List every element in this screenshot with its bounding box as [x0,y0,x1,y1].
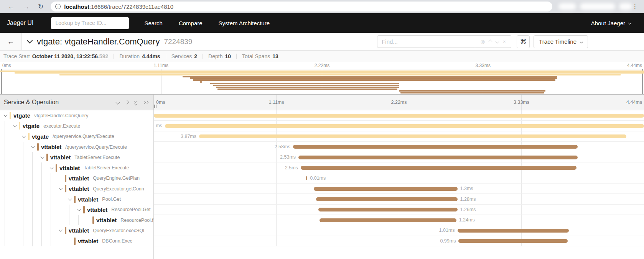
trace-view-dropdown[interactable]: Trace Timeline [534,35,588,48]
collapse-chevron-icon[interactable] [13,124,16,128]
nav-link-search[interactable]: Search [144,20,163,26]
minimap-span-bar [400,92,544,93]
clear-find-icon[interactable]: × [503,39,506,44]
address-bar[interactable]: i localhost:16686/trace/7224839c11ae4810 [51,2,552,11]
span-bar[interactable] [316,197,457,201]
keyboard-shortcuts-button[interactable]: ⌘ [517,35,530,48]
trace-id: 7224839 [164,38,192,46]
chevron-down-icon [580,40,583,43]
span-name-cell[interactable]: vttabletResourcePool.Get [0,205,154,215]
span-name-cell[interactable]: vttabletDBConn.Exec [0,236,154,246]
span-duration-label: 1.28ms [460,197,476,202]
browser-back-icon[interactable]: ← [8,3,15,10]
span-duration-label: 2.5ms [285,165,298,170]
browser-menu-icon[interactable]: ⋮ [632,3,638,10]
indent-guide [60,194,60,204]
next-match-icon[interactable] [496,40,499,44]
span-row: vttabletResourcePool.factory1.24ms [0,215,644,225]
span-timeline-cell[interactable]: 0.01ms [154,173,644,184]
collapse-chevron-icon[interactable] [40,155,44,159]
indent-guide [51,225,51,236]
span-rows: vtgatevtgateHandler.ComQueryvtgateexecut… [0,110,644,246]
service-name: vttablet [41,144,61,150]
span-bar[interactable] [458,239,568,243]
collapse-chevron-icon[interactable] [31,144,35,148]
collapse-chevron-icon[interactable] [49,166,53,169]
collapse-chevron-icon[interactable] [77,207,81,211]
span-name-cell[interactable]: vttabletQueryExecutor.getConn [0,184,154,194]
nav-link-system-architecture[interactable]: System Architecture [219,20,270,26]
jaeger-logo[interactable]: Jaeger UI [7,20,33,26]
indent-guide [14,184,14,194]
span-timeline-cell[interactable]: 3.87ms [154,131,644,142]
span-timeline-cell[interactable]: 1.28ms [154,194,644,204]
span-timeline-cell[interactable]: 1.01ms [154,225,644,236]
indent-guide [5,152,5,162]
collapse-chevron-icon[interactable] [59,186,63,190]
span-bar[interactable] [293,145,578,149]
span-timeline-cell[interactable]: 2.5ms [154,162,644,173]
span-timeline-cell[interactable]: 2.58ms [154,142,644,152]
double-chevron-right-icon[interactable] [143,101,148,103]
span-name-cell[interactable]: vttabletQueryExecutor.execSQL [0,225,154,236]
span-name-cell[interactable]: vttabletResourcePool.factory [0,215,154,225]
expand-all-chevron-right-icon[interactable] [125,100,129,104]
span-timeline-cell[interactable]: ms [154,121,644,131]
about-jaeger-menu[interactable]: About Jaeger [591,20,631,26]
collapse-trace-detail-chevron[interactable] [27,38,33,44]
span-timeline-cell[interactable]: 0.99ms [154,236,644,246]
span-name-cell[interactable]: vtgatevtgateHandler.ComQuery [0,110,154,121]
column-resizer-grip[interactable] [154,105,156,108]
indent-guide [51,236,51,246]
span-tree-entry: vtgatevtgateHandler.ComQuery [3,112,88,119]
span-name-cell[interactable]: vtgateexecutor.Execute [0,121,154,131]
tick-label: 0ms [156,100,165,105]
browser-forward-icon[interactable]: → [23,3,30,10]
span-bar[interactable] [314,187,457,191]
span-bar[interactable] [458,229,569,233]
back-button[interactable]: ← [0,33,22,50]
span-name-cell[interactable]: vttablet/queryservice.Query/Execute [0,142,154,152]
span-timeline-cell[interactable]: 1.24ms [154,215,644,225]
nav-link-compare[interactable]: Compare [179,20,203,26]
double-chevron-down-icon[interactable] [135,100,137,105]
span-bar[interactable] [154,114,644,118]
span-name-cell[interactable]: vtgate/queryservice.Query/Execute [0,131,154,142]
span-timeline-cell[interactable]: 2.53ms [154,152,644,162]
span-name-cell[interactable]: vttabletQueryEngine.GetPlan [0,173,154,184]
collapse-chevron-icon[interactable] [3,113,7,117]
minimap-left-scrubber[interactable] [1,69,2,94]
span-bar[interactable] [298,156,578,159]
span-name-cell[interactable]: vttabletPool.Get [0,194,154,204]
span-row: vttabletTabletServer.Execute2.5ms [0,162,644,173]
span-timeline-cell[interactable] [154,110,644,121]
blurred-item [580,3,615,10]
summary-item: Total Spans13 [242,53,278,59]
indent-guide [5,205,5,215]
timeline-minimap[interactable] [0,69,644,95]
indent-guide [5,225,5,236]
trace-id-lookup-input[interactable] [51,17,129,29]
browser-reload-icon[interactable]: ↻ [38,3,43,10]
span-bar[interactable] [318,208,458,211]
prev-match-icon[interactable] [489,40,492,44]
span-name-cell[interactable]: vttabletTabletServer.Execute [0,162,154,173]
span-timeline-cell[interactable]: 1.3ms [154,184,644,194]
span-name-cell[interactable]: vttabletTabletServer.Execute [0,152,154,162]
span-bar[interactable] [301,166,577,170]
span-bar[interactable] [165,124,644,128]
span-bar[interactable] [199,134,626,138]
span-tree-entry: vtgateexecutor.Execute [13,122,80,130]
span-bar[interactable] [320,218,456,222]
collapse-chevron-icon[interactable] [22,134,26,138]
span-bar[interactable] [306,176,307,180]
collapse-chevron-icon[interactable] [68,197,72,201]
collapse-chevron-icon[interactable] [59,228,63,232]
focus-match-icon[interactable]: ◎ [481,39,485,44]
span-timeline-cell[interactable]: 1.26ms [154,205,644,215]
find-controls: ◎ × [475,35,511,48]
indent-guide [41,236,42,246]
collapse-all-chevron-down-icon[interactable] [115,100,120,104]
find-input[interactable] [377,35,475,48]
site-info-icon[interactable]: i [55,4,61,9]
